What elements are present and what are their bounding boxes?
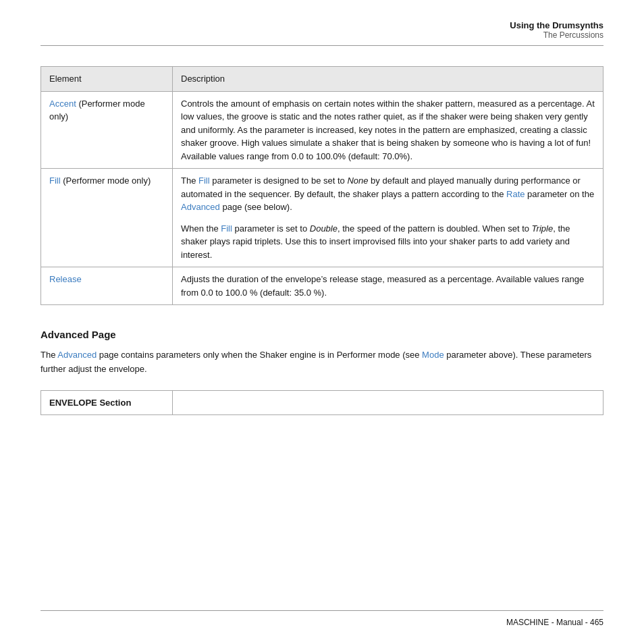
- envelope-content-cell: [173, 390, 603, 414]
- advanced-page-paragraph: The Advanced page contains parameters on…: [41, 348, 603, 377]
- advanced-page-section: Advanced Page The Advanced page contains…: [41, 329, 603, 415]
- table-row: Release Adjusts the duration of the enve…: [41, 267, 603, 305]
- description-cell-accent: Controls the amount of emphasis on certa…: [173, 91, 603, 169]
- col-header-description: Description: [173, 67, 603, 92]
- description-cell-fill: The Fill parameter is designed to be set…: [173, 169, 603, 267]
- page-footer: MASCHINE - Manual - 465: [41, 610, 603, 627]
- element-cell-fill: Fill (Performer mode only): [41, 169, 173, 267]
- element-cell-release: Release: [41, 267, 173, 305]
- advanced-link[interactable]: Advanced: [57, 350, 97, 360]
- fill-desc-paragraph-1: The Fill parameter is designed to be set…: [181, 174, 595, 214]
- page-header: Using the Drumsynths The Percussions: [41, 20, 603, 46]
- advanced-link-fill[interactable]: Advanced: [181, 202, 220, 212]
- envelope-label-cell: ENVELOPE Section: [41, 390, 173, 414]
- envelope-row: ENVELOPE Section: [41, 390, 603, 414]
- table-header-row: Element Description: [41, 67, 603, 92]
- fill-label-rest: (Performer mode only): [63, 176, 151, 186]
- main-table: Element Description Accent (Performer mo…: [41, 66, 603, 305]
- fill-italic-none: None: [347, 176, 368, 186]
- envelope-table: ENVELOPE Section: [41, 390, 603, 415]
- fill-desc-paragraph-2: When the Fill parameter is set to Double…: [181, 222, 595, 262]
- col-header-element: Element: [41, 67, 173, 92]
- header-subtitle: The Percussions: [41, 30, 603, 40]
- header-title: Using the Drumsynths: [41, 20, 603, 30]
- footer-page-number: MASCHINE - Manual - 465: [506, 618, 603, 627]
- table-row: Accent (Performer mode only) Controls th…: [41, 91, 603, 169]
- fill-italic-double: Double: [310, 223, 338, 234]
- page-container: Using the Drumsynths The Percussions Ele…: [0, 0, 644, 644]
- fill-italic-triple: Triple: [532, 223, 554, 234]
- description-cell-release: Adjusts the duration of the envelope’s r…: [173, 267, 603, 305]
- release-link[interactable]: Release: [49, 274, 82, 284]
- fill-link[interactable]: Fill: [49, 176, 61, 186]
- advanced-page-heading: Advanced Page: [41, 329, 603, 340]
- fill-link-inline-2[interactable]: Fill: [221, 223, 232, 234]
- envelope-label: ENVELOPE Section: [49, 398, 131, 408]
- rate-link[interactable]: Rate: [506, 189, 525, 199]
- release-description: Adjusts the duration of the envelope’s r…: [181, 274, 584, 298]
- fill-link-inline-1[interactable]: Fill: [198, 176, 210, 186]
- mode-link[interactable]: Mode: [422, 350, 444, 360]
- accent-link[interactable]: Accent: [49, 99, 76, 109]
- accent-description: Controls the amount of emphasis on certa…: [181, 99, 595, 161]
- element-cell-accent: Accent (Performer mode only): [41, 91, 173, 169]
- table-row: Fill (Performer mode only) The Fill para…: [41, 169, 603, 267]
